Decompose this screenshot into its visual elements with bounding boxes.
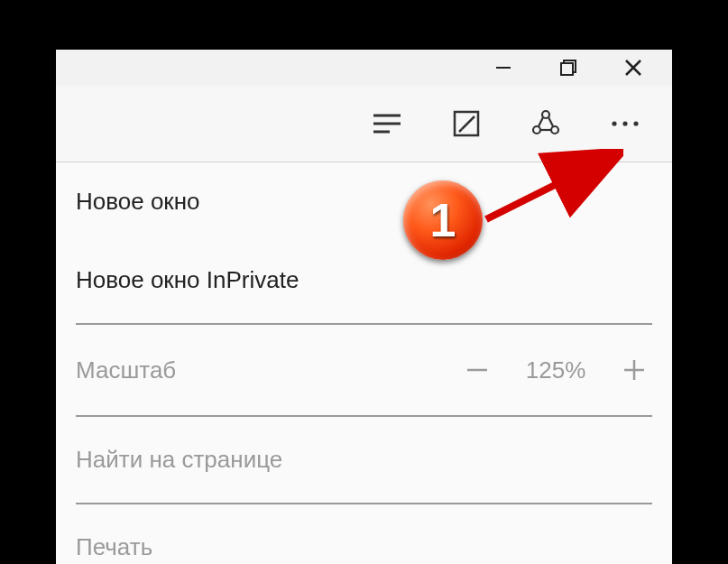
menu-zoom: Масштаб 125% [76,328,652,411]
svg-point-18 [633,121,638,125]
more-menu: Новое окно Новое окно InPrivate Масштаб … [56,162,672,564]
menu-new-window[interactable]: Новое окно [76,162,652,241]
browser-toolbar [56,86,672,162]
annotation-badge: 1 [403,180,483,260]
zoom-controls: 125% [459,352,652,388]
menu-label: Найти на странице [76,446,282,474]
share-icon[interactable] [528,106,564,142]
svg-line-13 [539,117,543,126]
svg-point-16 [612,121,616,125]
menu-label: Новое окно InPrivate [76,266,299,294]
svg-point-12 [551,126,558,134]
svg-line-9 [459,129,462,132]
zoom-out-button[interactable] [459,352,495,388]
close-button[interactable] [622,56,645,79]
minimize-button[interactable] [492,56,515,79]
more-icon[interactable] [607,106,643,142]
menu-divider [76,415,652,417]
menu-divider [76,323,652,325]
svg-point-10 [542,111,549,118]
annotation-number: 1 [430,193,456,247]
menu-print[interactable]: Печать [76,508,652,561]
reading-list-icon[interactable] [369,106,405,142]
maximize-button[interactable] [557,56,580,79]
svg-point-17 [622,121,627,125]
zoom-in-button[interactable] [616,352,652,388]
menu-new-inprivate[interactable]: Новое окно InPrivate [76,241,652,319]
svg-line-8 [462,116,475,129]
web-note-icon[interactable] [448,106,484,142]
zoom-label: Масштаб [76,356,459,384]
browser-window: Новое окно Новое окно InPrivate Масштаб … [56,50,672,564]
svg-line-14 [548,117,553,126]
zoom-value: 125% [524,356,587,384]
menu-divider [76,503,652,504]
svg-rect-1 [561,63,573,75]
svg-point-11 [533,126,540,134]
menu-label: Новое окно [76,188,200,216]
window-titlebar [56,50,672,86]
menu-label: Печать [76,533,152,561]
menu-find[interactable]: Найти на странице [76,421,652,499]
